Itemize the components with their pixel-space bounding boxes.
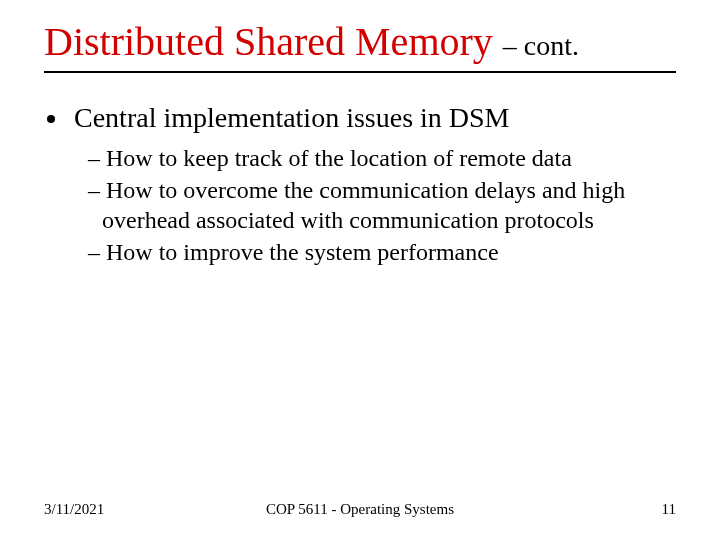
content-area: Central implementation issues in DSM – H… [0, 73, 720, 267]
sub-item: – How to improve the system performance [74, 237, 676, 267]
sub-list: – How to keep track of the location of r… [74, 135, 676, 267]
title-area: Distributed Shared Memory – cont. [0, 0, 720, 73]
title-main: Distributed Shared Memory [44, 19, 493, 64]
footer-course: COP 5611 - Operating Systems [0, 501, 720, 518]
footer: 3/11/2021 COP 5611 - Operating Systems 1… [0, 501, 720, 518]
footer-page: 11 [662, 501, 676, 518]
bullet-list: Central implementation issues in DSM – H… [44, 101, 676, 267]
slide-title: Distributed Shared Memory – cont. [44, 18, 676, 65]
bullet-text: Central implementation issues in DSM [74, 102, 510, 133]
title-suffix: – cont. [497, 30, 579, 61]
sub-item: – How to keep track of the location of r… [74, 143, 676, 173]
sub-item: – How to overcome the communication dela… [74, 175, 676, 235]
bullet-item: Central implementation issues in DSM – H… [70, 101, 676, 267]
slide: Distributed Shared Memory – cont. Centra… [0, 0, 720, 540]
footer-date: 3/11/2021 [44, 501, 104, 518]
